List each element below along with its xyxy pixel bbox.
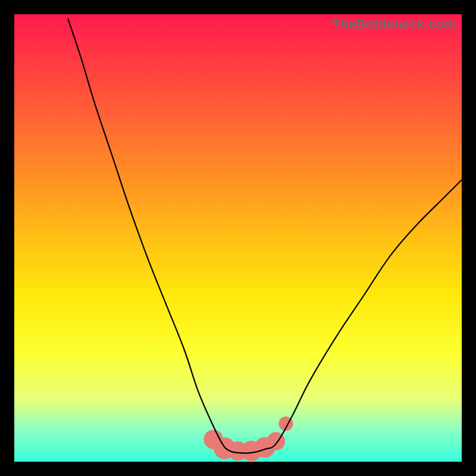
bottleneck-curve xyxy=(68,19,462,453)
chart-plot xyxy=(14,14,462,462)
chart-frame: TheBottleneck.com xyxy=(14,14,462,462)
